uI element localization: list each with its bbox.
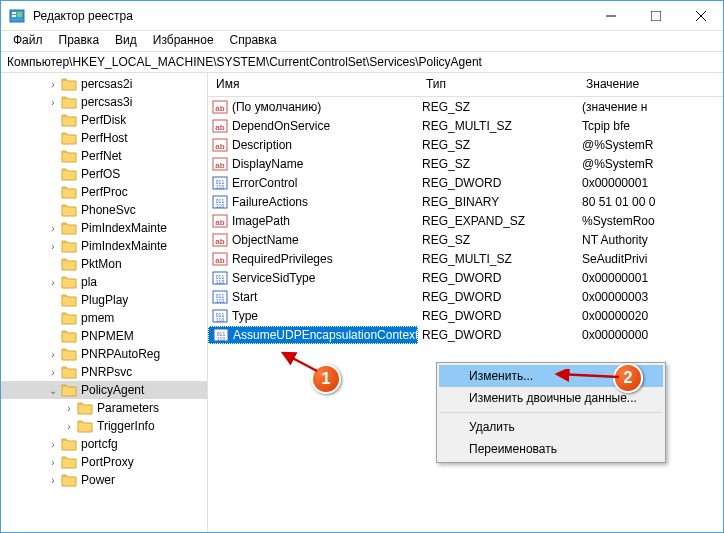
chevron-right-icon[interactable]: › (47, 457, 59, 468)
row-type: REG_DWORD (418, 176, 578, 190)
row-value: SeAuditPrivi (578, 252, 723, 266)
regedit-icon (9, 8, 25, 24)
chevron-right-icon[interactable]: › (47, 97, 59, 108)
svg-text:ab: ab (215, 161, 224, 170)
svg-text:110: 110 (216, 203, 225, 209)
tree-item[interactable]: ›PNRPAutoReg (1, 345, 207, 363)
tree-item[interactable]: ›PimIndexMainte (1, 219, 207, 237)
svg-rect-1 (12, 12, 16, 14)
tree-item[interactable]: PerfProc (1, 183, 207, 201)
list-row[interactable]: abObjectNameREG_SZNT Authority (208, 230, 723, 249)
row-value: Tcpip bfe (578, 119, 723, 133)
ctx-separator (440, 412, 662, 413)
tree-label: PerfNet (81, 149, 122, 163)
tree-label: PortProxy (81, 455, 134, 469)
chevron-right-icon[interactable]: › (47, 439, 59, 450)
tree-label: PerfHost (81, 131, 128, 145)
chevron-right-icon[interactable]: › (47, 277, 59, 288)
list-row[interactable]: 011110ErrorControlREG_DWORD0x00000001 (208, 173, 723, 192)
chevron-right-icon[interactable]: › (47, 349, 59, 360)
tree-item[interactable]: ›PNRPsvc (1, 363, 207, 381)
tree-label: TriggerInfo (97, 419, 155, 433)
tree-item[interactable]: ⌄PolicyAgent (1, 381, 207, 399)
tree-item[interactable]: PerfOS (1, 165, 207, 183)
close-button[interactable] (678, 1, 723, 31)
chevron-right-icon[interactable]: › (47, 475, 59, 486)
tree-label: PhoneSvc (81, 203, 136, 217)
list-row[interactable]: abRequiredPrivilegesREG_MULTI_SZSeAuditP… (208, 249, 723, 268)
tree-label: PlugPlay (81, 293, 128, 307)
tree-item[interactable]: ›Power (1, 471, 207, 489)
chevron-right-icon[interactable]: › (63, 403, 75, 414)
chevron-right-icon[interactable]: › (63, 421, 75, 432)
tree-item[interactable]: ›pla (1, 273, 207, 291)
chevron-right-icon[interactable]: › (47, 223, 59, 234)
tree-item[interactable]: ›percsas3i (1, 93, 207, 111)
tree-item[interactable]: ›Parameters (1, 399, 207, 417)
list-pane[interactable]: Имя Тип Значение ab(По умолчанию)REG_SZ(… (208, 73, 723, 532)
row-name: AssumeUDPEncapsulationContextOnS... (233, 328, 418, 342)
row-name: ImagePath (232, 214, 290, 228)
menu-help[interactable]: Справка (222, 31, 285, 51)
svg-line-40 (283, 353, 317, 371)
row-type: REG_SZ (418, 233, 578, 247)
row-type: REG_DWORD (418, 290, 578, 304)
row-type: REG_SZ (418, 157, 578, 171)
tree-item[interactable]: pmem (1, 309, 207, 327)
list-row[interactable]: 011110FailureActionsREG_BINARY80 51 01 0… (208, 192, 723, 211)
list-row[interactable]: abDisplayNameREG_SZ@%SystemR (208, 154, 723, 173)
col-name[interactable]: Имя (208, 73, 418, 96)
list-row[interactable]: abImagePathREG_EXPAND_SZ%SystemRoo (208, 211, 723, 230)
list-row[interactable]: abDependOnServiceREG_MULTI_SZTcpip bfe (208, 116, 723, 135)
menu-view[interactable]: Вид (107, 31, 145, 51)
maximize-button[interactable] (633, 1, 678, 31)
tree-item[interactable]: ›TriggerInfo (1, 417, 207, 435)
ctx-rename[interactable]: Переименовать (439, 438, 663, 460)
minimize-button[interactable] (588, 1, 633, 31)
list-row[interactable]: 011110StartREG_DWORD0x00000003 (208, 287, 723, 306)
svg-text:ab: ab (215, 237, 224, 246)
titlebar: Редактор реестра (1, 1, 723, 31)
menu-favorites[interactable]: Избранное (145, 31, 222, 51)
svg-text:110: 110 (217, 336, 226, 342)
tree-item[interactable]: ›percsas2i (1, 75, 207, 93)
tree-label: PimIndexMainte (81, 239, 167, 253)
tree-item[interactable]: PhoneSvc (1, 201, 207, 219)
col-value[interactable]: Значение (578, 73, 723, 96)
tree-label: portcfg (81, 437, 118, 451)
list-row[interactable]: 011110TypeREG_DWORD0x00000020 (208, 306, 723, 325)
ctx-delete[interactable]: Удалить (439, 416, 663, 438)
tree-pane[interactable]: ›percsas2i›percsas3iPerfDiskPerfHostPerf… (1, 73, 208, 532)
list-row[interactable]: abDescriptionREG_SZ@%SystemR (208, 135, 723, 154)
tree-item[interactable]: PerfNet (1, 147, 207, 165)
chevron-down-icon[interactable]: ⌄ (47, 385, 59, 396)
svg-text:110: 110 (216, 279, 225, 285)
list-row[interactable]: 011110AssumeUDPEncapsulationContextOnS..… (208, 325, 723, 344)
list-row[interactable]: ab(По умолчанию)REG_SZ(значение н (208, 97, 723, 116)
tree-item[interactable]: ›portcfg (1, 435, 207, 453)
svg-rect-5 (651, 11, 661, 21)
address-bar[interactable]: Компьютер\HKEY_LOCAL_MACHINE\SYSTEM\Curr… (1, 51, 723, 73)
chevron-right-icon[interactable]: › (47, 241, 59, 252)
svg-rect-2 (12, 15, 16, 17)
menu-edit[interactable]: Правка (51, 31, 108, 51)
tree-item[interactable]: PerfHost (1, 129, 207, 147)
row-value: 0x00000020 (578, 309, 723, 323)
tree-item[interactable]: PNPMEM (1, 327, 207, 345)
menu-file[interactable]: Файл (5, 31, 51, 51)
tree-item[interactable]: PktMon (1, 255, 207, 273)
tree-label: percsas2i (81, 77, 132, 91)
tree-item[interactable]: PerfDisk (1, 111, 207, 129)
col-type[interactable]: Тип (418, 73, 578, 96)
row-value: 0x00000001 (578, 271, 723, 285)
tree-item[interactable]: ›PortProxy (1, 453, 207, 471)
tree-label: PerfProc (81, 185, 128, 199)
chevron-right-icon[interactable]: › (47, 79, 59, 90)
tree-item[interactable]: PlugPlay (1, 291, 207, 309)
content: ›percsas2i›percsas3iPerfDiskPerfHostPerf… (1, 73, 723, 532)
row-value: 80 51 01 00 0 (578, 195, 723, 209)
tree-item[interactable]: ›PimIndexMainte (1, 237, 207, 255)
list-row[interactable]: 011110ServiceSidTypeREG_DWORD0x00000001 (208, 268, 723, 287)
row-type: REG_MULTI_SZ (418, 119, 578, 133)
chevron-right-icon[interactable]: › (47, 367, 59, 378)
